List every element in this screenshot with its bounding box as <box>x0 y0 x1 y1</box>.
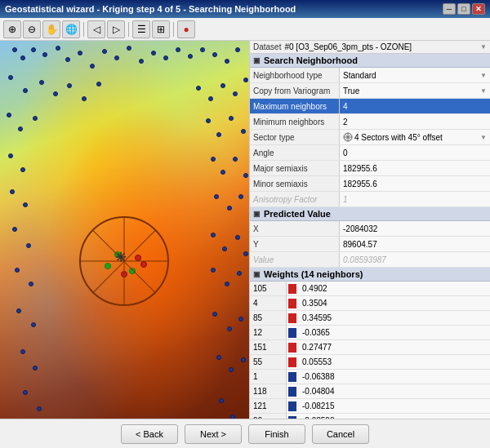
map-dot <box>96 82 101 86</box>
finish-button[interactable]: Finish <box>248 424 305 444</box>
copy-variogram-label: Copy from Variogram <box>250 83 340 98</box>
angle-value[interactable]: 0 <box>340 148 490 158</box>
sector-type-value[interactable]: 4 Sectors with 45° offset ▼ <box>340 131 490 143</box>
map-dot <box>227 206 232 211</box>
weight-row: 1510.27477 <box>250 340 490 355</box>
weight-row: 118-0.04804 <box>250 384 490 399</box>
dataset-label: Dataset <box>253 42 281 51</box>
weight-bar-negative <box>288 328 296 338</box>
map-dot <box>16 308 21 313</box>
map-dot <box>139 59 144 64</box>
minor-semiaxis-row: Minor semiaxis 182955.6 <box>250 176 490 192</box>
map-dot <box>243 173 248 178</box>
zoom-out-button[interactable]: ⊖ <box>23 20 41 38</box>
grid-button[interactable]: ⊞ <box>152 20 170 38</box>
predicted-section-toggle[interactable]: ▣ <box>253 210 261 218</box>
map-dot <box>216 355 221 360</box>
weight-row: 40.3504 <box>250 296 490 311</box>
map-dot <box>23 390 28 395</box>
map-dot <box>243 251 248 256</box>
weight-row: 850.34595 <box>250 311 490 326</box>
map-dot <box>23 202 28 207</box>
map-dot <box>216 132 221 137</box>
sector-icon: 4 Sectors with 45° offset <box>343 132 443 142</box>
predicted-y-value: 89604.57 <box>340 239 490 250</box>
minor-semiaxis-value[interactable]: 182955.6 <box>340 179 490 189</box>
dataset-row: Dataset #0 [O3_Sep06_3pm_pts - OZONE] ▼ <box>250 41 490 54</box>
map-dot <box>53 91 58 96</box>
maximize-button[interactable]: □ <box>457 3 470 15</box>
min-neighbors-value[interactable]: 2 <box>340 117 490 127</box>
weight-bar-negative <box>288 372 296 382</box>
dataset-value: #0 [O3_Sep06_3pm_pts - OZONE] <box>284 42 480 51</box>
cancel-button[interactable]: Cancel <box>312 424 369 444</box>
dropdown-arrow[interactable]: ▼ <box>480 72 487 79</box>
copy-variogram-value[interactable]: True ▼ <box>340 86 490 96</box>
dropdown-arrow[interactable]: ▼ <box>480 134 487 141</box>
weight-id: 105 <box>250 282 287 295</box>
zoom-in-button[interactable]: ⊕ <box>3 20 21 38</box>
map-dot <box>222 246 227 251</box>
map-dot <box>200 47 205 52</box>
section-toggle-icon[interactable]: ▣ <box>253 56 261 64</box>
pan-button[interactable]: ✋ <box>42 20 60 38</box>
predicted-x-row: X -2084032 <box>250 221 490 237</box>
weights-header: ▣ Weights (14 neighbors) <box>250 268 490 282</box>
map-dot <box>90 64 95 69</box>
weight-id: 85 <box>250 311 287 325</box>
map-dot <box>20 167 25 172</box>
weight-bar-negative <box>288 416 296 419</box>
map-dot <box>33 116 38 121</box>
map-dot <box>102 49 107 54</box>
sector-symbol-icon <box>343 132 353 142</box>
neighborhood-type-label: Neighborhood type <box>250 68 340 82</box>
map-dot <box>20 349 25 354</box>
back-button[interactable]: < Back <box>121 424 178 444</box>
forward-nav-button[interactable]: ▷ <box>107 20 125 38</box>
major-semiaxis-value[interactable]: 182955.6 <box>340 163 490 174</box>
map-dot <box>12 227 17 232</box>
weight-id: 4 <box>250 296 287 310</box>
zoom-full-button[interactable]: 🌐 <box>62 20 80 38</box>
weight-row: 121-0.08215 <box>250 399 490 414</box>
close-button[interactable]: ✕ <box>472 3 485 15</box>
map-dot <box>188 54 193 59</box>
weight-id: 118 <box>250 384 287 398</box>
predicted-y-row: Y 89604.57 <box>250 237 490 252</box>
map-dot <box>225 282 229 286</box>
weights-list: 1050.490240.3504850.3459512-0.03651510.2… <box>250 282 490 419</box>
window-controls[interactable]: ─ □ ✕ <box>443 3 485 15</box>
weight-bar-container <box>287 283 299 295</box>
dataset-dropdown-arrow[interactable]: ▼ <box>480 43 487 51</box>
next-button[interactable]: Next > <box>185 424 242 444</box>
weight-row: 1050.4902 <box>250 282 490 296</box>
predicted-x-label: X <box>250 221 340 236</box>
weight-bar-container <box>287 357 299 368</box>
map-dot <box>33 366 38 370</box>
map-dot <box>212 312 217 317</box>
map-dot <box>229 367 234 372</box>
copy-variogram-row: Copy from Variogram True ▼ <box>250 83 490 99</box>
dropdown-arrow[interactable]: ▼ <box>480 87 487 95</box>
max-neighbors-row[interactable]: Maximum neighbors 4 <box>250 99 490 114</box>
weight-bar-container <box>287 386 299 397</box>
list-button[interactable]: ☰ <box>132 20 150 38</box>
weight-value: 0.27477 <box>299 342 490 353</box>
weight-value: 0.05553 <box>299 357 490 367</box>
map-dot <box>227 326 232 331</box>
map-area[interactable]: ✳ <box>0 41 249 419</box>
min-neighbors-row: Minimum neighbors 2 <box>250 114 490 130</box>
weights-section-toggle[interactable]: ▣ <box>253 270 261 278</box>
back-nav-button[interactable]: ◁ <box>87 20 105 38</box>
predicted-val-label: Value <box>250 252 340 267</box>
weight-bar-container <box>287 342 299 353</box>
max-neighbors-value[interactable]: 4 <box>340 101 490 112</box>
options-button[interactable]: ● <box>177 20 195 38</box>
right-panel: Dataset #0 [O3_Sep06_3pm_pts - OZONE] ▼ … <box>249 41 490 419</box>
weight-value: 0.34595 <box>299 313 490 323</box>
neighborhood-type-value[interactable]: Standard ▼ <box>340 70 490 81</box>
anisotropy-label: Anisotropy Factor <box>250 192 340 206</box>
minimize-button[interactable]: ─ <box>443 3 456 15</box>
map-dot <box>214 194 219 199</box>
anisotropy-row: Anisotropy Factor 1 <box>250 192 490 207</box>
